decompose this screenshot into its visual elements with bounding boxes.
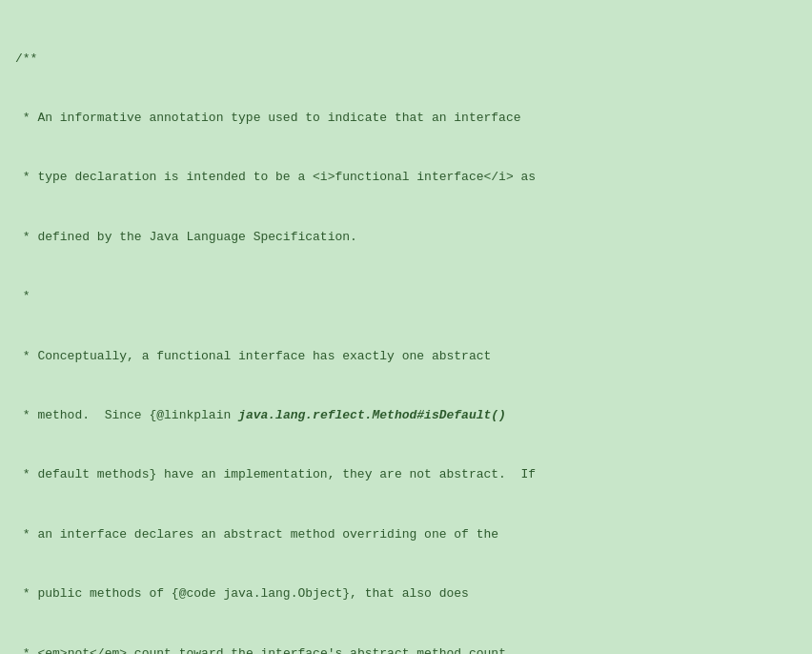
code-line: * an interface declares an abstract meth…: [15, 525, 797, 545]
html-tag: <i>: [313, 170, 335, 184]
code-line: * type declaration is intended to be a <…: [15, 168, 797, 188]
code-editor: /** * An informative annotation type use…: [0, 0, 812, 654]
code-line: /**: [15, 50, 797, 70]
html-tag: </i>: [484, 170, 514, 184]
html-tag: </em>: [90, 646, 127, 655]
code-line: * public methods of {@code java.lang.Obj…: [15, 584, 797, 604]
code-line: * defined by the Java Language Specifica…: [15, 228, 797, 248]
code-line: * method. Since {@linkplain java.lang.re…: [15, 406, 797, 426]
code-line: * <em>not</em> count toward the interfac…: [15, 644, 797, 655]
javadoc-tag: {@linkplain: [149, 408, 231, 422]
code-line: * default methods} have an implementatio…: [15, 465, 797, 485]
code-line: *: [15, 287, 797, 307]
code-line: * Conceptually, a functional interface h…: [15, 347, 797, 367]
class-reference: java.lang.reflect.Method#isDefault(): [238, 408, 506, 422]
code-line: * An informative annotation type used to…: [15, 109, 797, 129]
javadoc-tag: {@code: [172, 586, 216, 601]
html-tag: <em>: [37, 646, 67, 655]
